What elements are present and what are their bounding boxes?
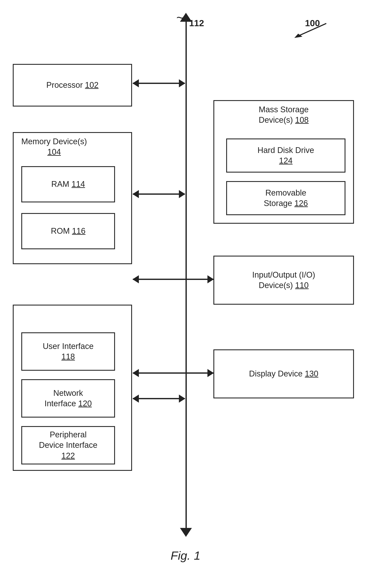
arrow-network [133,398,185,399]
box-network-interface: NetworkInterface 120 [21,379,115,418]
arrow-display [133,372,213,374]
mass-storage-label: Mass StorageDevice(s) 108 [224,105,343,126]
hdd-label: Hard Disk Drive124 [254,143,318,168]
box-hdd: Hard Disk Drive124 [226,138,345,173]
box-ram: RAM 114 [21,166,115,202]
arrow-memory [133,193,185,195]
box-user-interface: User Interface118 [21,332,115,371]
bus-arrow-bottom [180,528,192,537]
ram-label: RAM 114 [48,177,88,191]
bus-line [186,17,187,528]
display-label: Display Device 130 [246,367,322,381]
label-112: 112 [189,18,204,28]
pdi-label: PeripheralDevice Interface122 [36,428,101,463]
arrow-io [133,279,213,280]
diagram: ~ 112 100 Processor 102 Memory Device(s)… [0,0,371,588]
svg-line-0 [299,23,326,36]
box-removable: RemovableStorage 126 [226,181,345,215]
removable-label: RemovableStorage 126 [260,186,311,210]
processor-label: Processor 102 [43,78,102,92]
box-rom: ROM 116 [21,213,115,249]
arrow-processor [133,83,185,84]
arrow-100-svg [286,21,328,38]
io-label: Input/Output (I/O)Device(s) 110 [249,268,319,293]
box-display-device: Display Device 130 [213,349,354,399]
ui-label: User Interface118 [39,339,97,364]
memory-outer-label: Memory Device(s)104 [21,136,87,158]
box-processor: Processor 102 [13,64,132,106]
box-peripheral-device-interface: PeripheralDevice Interface122 [21,426,115,464]
fig-label: Fig. 1 [171,549,200,562]
ni-label: NetworkInterface 120 [41,386,95,411]
rom-label: ROM 116 [48,224,89,238]
box-io: Input/Output (I/O)Device(s) 110 [213,256,354,305]
